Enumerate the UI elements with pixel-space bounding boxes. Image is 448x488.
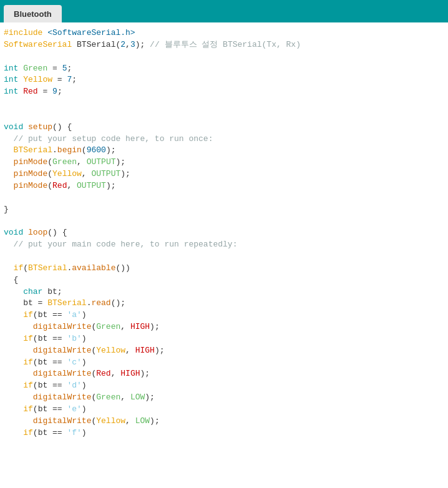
line-pinmode-green: pinMode(Green, OUTPUT); — [4, 157, 444, 168]
line-dw-green-high: digitalWrite(Green, HIGH); — [4, 321, 444, 333]
line-setup-close: } — [4, 204, 444, 216]
tab-bar: Bluetooth — [0, 0, 448, 22]
line-open-brace: { — [4, 275, 444, 286]
line-pinmode-yellow: pinMode(Yellow, OUTPUT); — [4, 168, 444, 180]
line-softwareserial: SoftwareSerial BTSerial(2,3); // 블루투스 설정… — [4, 39, 444, 51]
line-dw-red-high: digitalWrite(Red, HIGH); — [4, 368, 444, 380]
line-if-e: if(bt == 'e') — [4, 404, 444, 416]
bluetooth-tab[interactable]: Bluetooth — [4, 5, 62, 22]
line-void-setup: void setup() { — [4, 122, 444, 134]
line-pinmode-red: pinMode(Red, OUTPUT); — [4, 180, 444, 192]
line-btserial-begin: BTSerial.begin(9600); — [4, 145, 444, 157]
line-if-a: if(bt == 'a') — [4, 310, 444, 321]
line-int-red: int Red = 9; — [4, 86, 444, 98]
line-comment-setup: // put your setup code here, to run once… — [4, 134, 444, 145]
line-int-green: int Green = 5; — [4, 63, 444, 75]
line-char-bt: char bt; — [4, 286, 444, 298]
line-dw-yellow-high: digitalWrite(Yellow, HIGH); — [4, 345, 444, 357]
line-comment-loop: // put your main code here, to run repea… — [4, 239, 444, 251]
line-if-f: if(bt == 'f') — [4, 427, 444, 439]
line-include: #include <SoftwareSerial.h> — [4, 27, 444, 39]
line-bt-read: bt = BTSerial.read(); — [4, 298, 444, 310]
line-dw-green-low: digitalWrite(Green, LOW); — [4, 392, 444, 404]
line-if-d: if(bt == 'd') — [4, 380, 444, 392]
code-area: #include <SoftwareSerial.h> SoftwareSeri… — [0, 22, 448, 488]
line-int-yellow: int Yellow = 7; — [4, 74, 444, 86]
line-void-loop: void loop() { — [4, 227, 444, 239]
line-if-btserial: if(BTSerial.available()) — [4, 263, 444, 275]
line-if-b: if(bt == 'b') — [4, 333, 444, 345]
line-if-c: if(bt == 'c') — [4, 357, 444, 369]
line-dw-yellow-low: digitalWrite(Yellow, LOW); — [4, 416, 444, 427]
